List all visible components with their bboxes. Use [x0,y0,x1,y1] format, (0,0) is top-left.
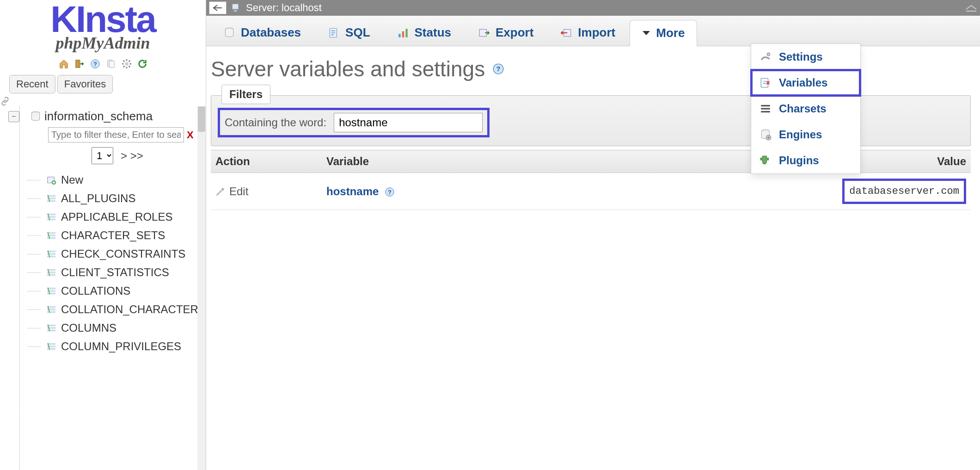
edit-action[interactable]: Edit [215,185,308,198]
filter-word-input[interactable] [334,113,483,132]
help-icon[interactable]: ? [385,187,395,197]
gear-icon[interactable] [121,58,132,69]
tab-export[interactable]: Export [466,19,546,46]
logout-icon[interactable] [74,58,85,69]
clear-filter-icon[interactable]: X [187,129,194,141]
sidebar-scrollbar-track[interactable] [197,106,206,470]
tab-label: Databases [241,25,301,40]
help-icon[interactable]: ? [90,58,101,69]
sidebar-tabs: Recent Favorites [9,75,206,93]
tree-page-next[interactable]: > >> [121,149,143,162]
tree-item-label: New [61,173,83,186]
menu-variables[interactable]: Variables [751,70,860,96]
tab-databases[interactable]: Databases [211,19,313,46]
tree-root-label[interactable]: information_schema [44,109,153,124]
reload-icon[interactable] [137,58,148,69]
main-tabs: Databases SQL Status Export Import [206,16,980,46]
variable-name[interactable]: hostname [326,185,379,198]
tab-status[interactable]: Status [385,19,464,46]
tree-item[interactable]: APPLICABLE_ROLES [40,208,206,226]
tree-filter-input[interactable] [48,127,184,142]
svg-rect-25 [47,237,55,239]
menu-label: Engines [779,128,822,141]
tab-label: SQL [345,25,370,40]
help-icon[interactable]: ? [492,63,504,75]
sidebar-scrollbar-thumb[interactable] [198,106,205,132]
filters-legend: Filters [221,85,270,104]
svg-rect-22 [47,219,55,221]
menu-label: Charsets [779,102,827,115]
svg-rect-43 [47,348,55,350]
menu-plugins[interactable]: Plugins [751,148,860,173]
filter-row: Containing the word: [218,108,490,137]
menu-settings[interactable]: Settings [751,44,860,70]
tree-item-label: COLUMNS [61,322,116,334]
tab-sql[interactable]: SQL [315,19,382,46]
main: Server: localhost Databases SQL Status E… [206,0,980,470]
docs-icon[interactable] [105,58,116,69]
table-row: Edit hostname ? databaseserver.com [211,173,971,210]
col-variable: Variable [322,150,561,173]
logo-kinsta-text: KInsta [5,5,201,34]
svg-point-53 [767,53,770,56]
menu-charsets[interactable]: Charsets [751,96,860,122]
tree-item[interactable]: CLIENT_STATISTICS [40,263,206,282]
svg-rect-50 [405,29,407,37]
svg-text:?: ? [93,61,97,68]
svg-rect-44 [233,4,239,9]
link-icon[interactable] [0,96,185,106]
tree-item[interactable]: COLLATIONS [40,282,206,300]
chevron-down-icon [642,31,650,36]
breadcrumb[interactable]: Server: localhost [246,2,322,14]
tree-item[interactable]: CHARACTER_SETS [40,226,206,245]
topbar: Server: localhost [206,0,980,16]
svg-point-60 [767,136,769,138]
svg-rect-48 [398,34,400,37]
expand-icon[interactable] [965,4,977,12]
tree-item-label: COLUMN_PRIVILEGES [61,340,181,353]
tab-import[interactable]: Import [548,19,628,46]
tree-item-new[interactable]: New [40,171,206,189]
nav-tree: − information_schema X 1 > >> [0,106,206,470]
svg-rect-45 [234,10,237,12]
home-icon[interactable] [58,58,69,69]
tree-item[interactable]: CHECK_CONSTRAINTS [40,245,206,263]
svg-rect-0 [75,60,80,68]
menu-engines[interactable]: Engines [751,122,860,148]
svg-rect-49 [402,31,404,37]
svg-rect-40 [47,330,55,332]
tab-label: Import [578,25,615,40]
svg-line-10 [123,61,124,62]
tree-item-label: COLLATIONS [61,284,130,297]
recent-tab[interactable]: Recent [9,75,55,93]
svg-rect-4 [109,61,114,68]
logo-area: KInsta phpMyAdmin [0,0,206,55]
back-button[interactable] [209,1,227,14]
tree-page-select[interactable]: 1 [92,147,113,164]
favorites-tab[interactable]: Favorites [57,75,113,93]
svg-rect-28 [47,256,55,258]
logo-phpmyadmin-text: phpMyAdmin [5,33,201,53]
tree-item-label: CLIENT_STATISTICS [61,266,169,279]
svg-rect-31 [47,274,55,276]
tree-item-label: COLLATION_CHARACTER_ [61,303,204,316]
tree-item[interactable]: COLUMNS [40,319,206,337]
tree-item-label: CHECK_CONSTRAINTS [61,247,185,260]
tree-item[interactable]: ALL_PLUGINS [40,189,206,208]
tree-item[interactable]: COLUMN_PRIVILEGES [40,337,206,356]
sidebar: KInsta phpMyAdmin ? Recent [0,0,206,470]
filter-label: Containing the word: [225,116,326,129]
more-dropdown: Settings Variables Charsets Engines Plug… [751,43,861,174]
pencil-icon [215,186,226,197]
variable-value: databaseserver.com [842,179,966,204]
tab-more[interactable]: More [630,20,697,46]
menu-label: Plugins [779,154,819,167]
svg-rect-54 [761,78,768,87]
tree-collapse-icon[interactable]: − [8,111,19,122]
server-icon [231,3,241,13]
tab-label: More [656,26,685,40]
database-icon [30,111,42,123]
tree-item[interactable]: COLLATION_CHARACTER_ [40,300,206,319]
svg-line-13 [129,61,130,62]
svg-rect-37 [47,311,55,313]
